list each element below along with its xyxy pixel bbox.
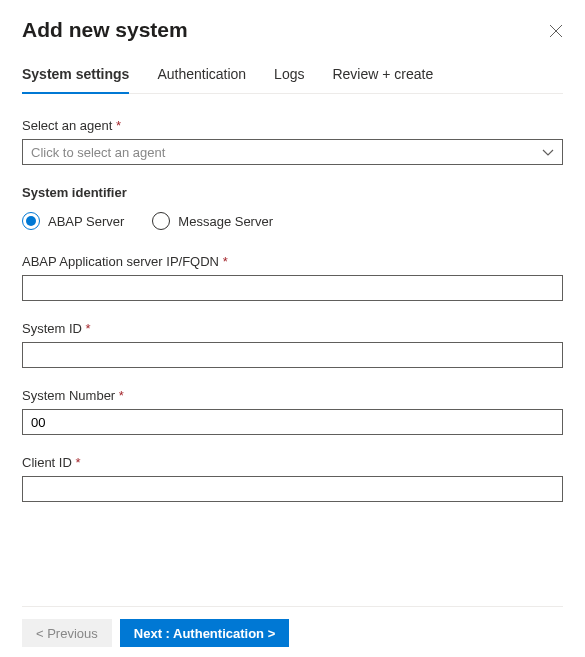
system-number-label-text: System Number — [22, 388, 115, 403]
next-button[interactable]: Next : Authentication > — [120, 619, 289, 647]
client-id-label: Client ID * — [22, 455, 563, 470]
previous-button[interactable]: < Previous — [22, 619, 112, 647]
system-id-input[interactable] — [22, 342, 563, 368]
required-marker: * — [86, 321, 91, 336]
radio-abap-label: ABAP Server — [48, 214, 124, 229]
tab-system-settings[interactable]: System settings — [22, 66, 129, 94]
abap-server-input[interactable] — [22, 275, 563, 301]
tab-authentication[interactable]: Authentication — [157, 66, 246, 94]
system-id-label-text: System ID — [22, 321, 82, 336]
abap-server-group: ABAP Application server IP/FQDN * — [22, 254, 563, 301]
radio-button-icon — [152, 212, 170, 230]
footer-buttons: < Previous Next : Authentication > — [22, 606, 563, 647]
abap-server-label: ABAP Application server IP/FQDN * — [22, 254, 563, 269]
required-marker: * — [116, 118, 121, 133]
chevron-down-icon — [542, 145, 554, 160]
system-identifier-radio-group: ABAP Server Message Server — [22, 212, 563, 230]
radio-message-server[interactable]: Message Server — [152, 212, 273, 230]
select-agent-label: Select an agent * — [22, 118, 563, 133]
select-agent-label-text: Select an agent — [22, 118, 112, 133]
radio-message-label: Message Server — [178, 214, 273, 229]
page-title: Add new system — [22, 18, 188, 42]
tabs-bar: System settings Authentication Logs Revi… — [22, 66, 563, 94]
system-identifier-heading: System identifier — [22, 185, 563, 200]
system-id-group: System ID * — [22, 321, 563, 368]
required-marker: * — [119, 388, 124, 403]
panel-header: Add new system — [22, 18, 563, 42]
tab-logs[interactable]: Logs — [274, 66, 304, 94]
abap-server-label-text: ABAP Application server IP/FQDN — [22, 254, 219, 269]
radio-abap-server[interactable]: ABAP Server — [22, 212, 124, 230]
required-marker: * — [223, 254, 228, 269]
select-agent-dropdown[interactable]: Click to select an agent — [22, 139, 563, 165]
select-agent-placeholder: Click to select an agent — [31, 145, 165, 160]
system-number-group: System Number * — [22, 388, 563, 435]
tab-review-create[interactable]: Review + create — [332, 66, 433, 94]
client-id-input[interactable] — [22, 476, 563, 502]
required-marker: * — [75, 455, 80, 470]
system-id-label: System ID * — [22, 321, 563, 336]
system-number-input[interactable] — [22, 409, 563, 435]
client-id-label-text: Client ID — [22, 455, 72, 470]
select-agent-group: Select an agent * Click to select an age… — [22, 118, 563, 165]
close-icon[interactable] — [549, 24, 563, 38]
radio-button-icon — [22, 212, 40, 230]
add-system-panel: Add new system System settings Authentic… — [0, 0, 585, 502]
system-number-label: System Number * — [22, 388, 563, 403]
client-id-group: Client ID * — [22, 455, 563, 502]
